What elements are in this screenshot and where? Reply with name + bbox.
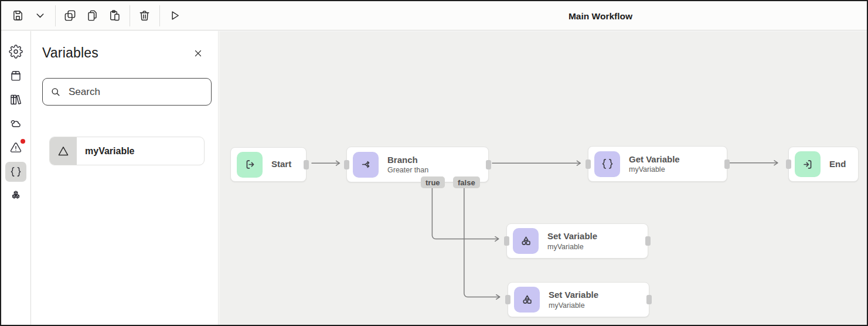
output-port[interactable] bbox=[486, 160, 491, 169]
save-icon bbox=[11, 9, 25, 22]
toolbar-separator bbox=[55, 5, 56, 26]
notification-dot bbox=[21, 139, 25, 144]
node-title: Set Variable bbox=[549, 290, 598, 301]
output-port[interactable] bbox=[724, 159, 730, 169]
workflow-title: Main Workflow bbox=[546, 11, 655, 22]
input-port[interactable] bbox=[504, 236, 509, 246]
branch-icon bbox=[353, 152, 379, 178]
workflow-editor-window: Main Workflow bbox=[0, 0, 868, 326]
node-set-variable-false[interactable]: Set Variable myVariable bbox=[508, 282, 649, 317]
sidebar-item-variables[interactable] bbox=[5, 162, 26, 182]
left-icon-rail bbox=[1, 31, 31, 325]
gear-icon bbox=[9, 45, 23, 59]
toolbar-separator bbox=[159, 5, 160, 26]
node-subtitle: myVariable bbox=[547, 243, 597, 251]
node-subtitle: myVariable bbox=[549, 301, 598, 310]
output-port[interactable] bbox=[304, 160, 309, 169]
paste-icon bbox=[108, 9, 121, 22]
close-icon bbox=[193, 48, 203, 59]
node-start[interactable]: Start bbox=[230, 147, 307, 182]
panel-close-button[interactable] bbox=[191, 46, 205, 60]
search-box bbox=[42, 78, 212, 106]
input-port[interactable] bbox=[505, 295, 510, 304]
paste-button[interactable] bbox=[105, 6, 124, 25]
duplicate-icon bbox=[63, 9, 77, 22]
duplicate-button[interactable] bbox=[60, 6, 79, 25]
braces-icon bbox=[9, 165, 23, 179]
copy-icon bbox=[86, 9, 99, 22]
variables-panel: Variables myVariable bbox=[31, 31, 219, 325]
input-port[interactable] bbox=[344, 160, 349, 169]
cloud-icon bbox=[9, 117, 23, 131]
cubes-icon bbox=[9, 189, 23, 203]
branch-output-false-label: false bbox=[453, 176, 480, 188]
delete-button[interactable] bbox=[135, 6, 154, 25]
play-icon bbox=[168, 9, 181, 22]
variable-list-item[interactable]: myVariable bbox=[49, 137, 205, 165]
shapes-icon bbox=[513, 228, 539, 254]
sidebar-item-library[interactable] bbox=[5, 90, 26, 110]
workflow-canvas[interactable]: Start Branch Greater than bbox=[219, 31, 867, 325]
sidebar-item-cloud[interactable] bbox=[5, 114, 26, 134]
output-port[interactable] bbox=[646, 295, 652, 304]
trash-icon bbox=[138, 9, 151, 22]
edge-layer bbox=[219, 31, 867, 325]
shapes-icon bbox=[514, 287, 540, 313]
sidebar-item-alerts[interactable] bbox=[5, 138, 26, 158]
node-title: Set Variable bbox=[547, 231, 597, 242]
library-icon bbox=[9, 93, 23, 107]
panel-title: Variables bbox=[42, 45, 98, 61]
node-title: Start bbox=[271, 159, 291, 170]
save-button[interactable] bbox=[8, 6, 27, 25]
output-port[interactable] bbox=[645, 236, 651, 246]
input-port[interactable] bbox=[786, 159, 791, 169]
node-title: Get Variable bbox=[629, 154, 680, 165]
edge-branch-true-setvariable[interactable] bbox=[432, 186, 498, 239]
save-menu-button[interactable] bbox=[30, 6, 49, 25]
node-end[interactable]: End bbox=[788, 147, 859, 182]
sidebar-item-blocks[interactable] bbox=[5, 186, 26, 206]
sidebar-item-packages[interactable] bbox=[5, 66, 26, 86]
chevron-down-icon bbox=[33, 9, 47, 22]
node-title: End bbox=[829, 159, 846, 170]
sidebar-item-settings[interactable] bbox=[5, 42, 26, 62]
end-icon bbox=[795, 151, 821, 177]
top-toolbar: Main Workflow bbox=[1, 1, 867, 30]
start-icon bbox=[237, 152, 263, 178]
node-get-variable[interactable]: Get Variable myVariable bbox=[588, 146, 727, 182]
braces-icon bbox=[594, 151, 620, 177]
box-icon bbox=[9, 69, 23, 83]
node-set-variable-true[interactable]: Set Variable myVariable bbox=[506, 223, 648, 259]
node-subtitle: Greater than bbox=[387, 166, 428, 174]
edge-branch-false-setvariable[interactable] bbox=[464, 186, 499, 297]
branch-output-true-label: true bbox=[421, 176, 445, 188]
input-port[interactable] bbox=[586, 159, 591, 169]
variable-name: myVariable bbox=[85, 146, 135, 157]
toolbar-separator bbox=[130, 5, 130, 26]
variable-type-cell bbox=[50, 137, 77, 165]
node-title: Branch bbox=[387, 155, 428, 166]
copy-button[interactable] bbox=[83, 6, 101, 25]
search-icon bbox=[50, 86, 62, 98]
node-subtitle: myVariable bbox=[629, 165, 680, 174]
search-input[interactable] bbox=[67, 86, 204, 99]
triangle-icon bbox=[56, 144, 71, 159]
run-button[interactable] bbox=[165, 6, 183, 25]
